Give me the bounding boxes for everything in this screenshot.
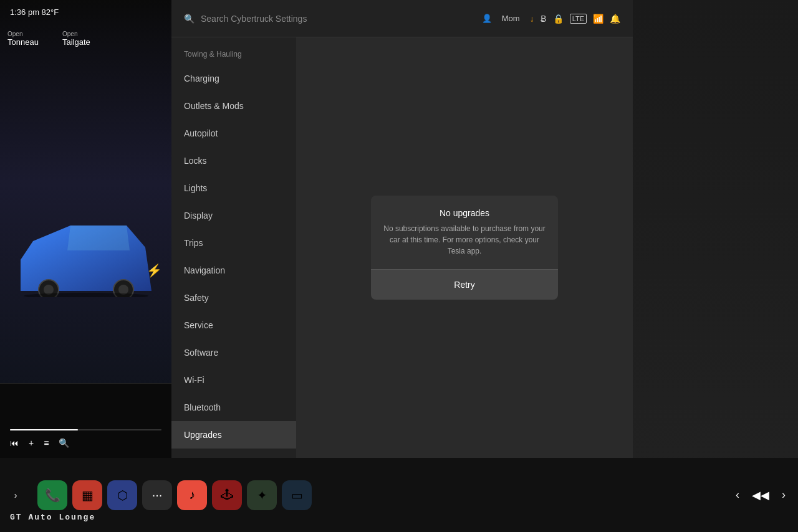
nav-item-upgrades[interactable]: Upgrades	[171, 421, 296, 449]
nav-back-button[interactable]: ◀◀	[752, 488, 769, 502]
add-button[interactable]: +	[29, 438, 34, 448]
tonneau-title: Tonneau	[7, 37, 39, 47]
search-placeholder: Search Cybertruck Settings	[201, 14, 307, 24]
tailgate-title: Tailgate	[62, 37, 90, 47]
user-name: Mom	[502, 14, 520, 23]
nav-item-bluetooth[interactable]: Bluetooth	[171, 394, 296, 421]
nav-item-towing-hauling[interactable]: Towing & Hauling	[171, 44, 296, 65]
settings-content: No upgrades No subscriptions available t…	[296, 37, 633, 458]
tailgate-label[interactable]: Open Tailgate	[62, 31, 90, 47]
right-background	[633, 0, 798, 532]
app-icon-tesla[interactable]: ⬡	[107, 480, 137, 510]
nav-left-arrow[interactable]: ‹	[736, 488, 739, 501]
nav-item-outlets[interactable]: Outlets & Mods	[171, 92, 296, 120]
media-bar: ⏮ + ≡ 🔍	[0, 383, 171, 458]
svg-point-5	[118, 285, 128, 295]
app-icon-media[interactable]: ▦	[72, 480, 102, 510]
nav-item-service[interactable]: Service	[171, 311, 296, 339]
user-icon: 👤	[482, 14, 492, 23]
taskbar: › 📞 ▦ ⬡ ··· ♪ 🕹 ✦ ▭ ‹ ◀◀ ›	[0, 458, 798, 532]
retry-button[interactable]: Retry	[371, 270, 558, 300]
equalizer-button[interactable]: ≡	[44, 438, 49, 448]
user-info: 👤 Mom ↓ Ƀ 🔒 LTE 📶 🔔	[482, 14, 620, 24]
nav-item-trips[interactable]: Trips	[171, 229, 296, 257]
progress-track	[10, 429, 161, 430]
bell-icon: 🔔	[610, 14, 620, 24]
upgrades-box: No upgrades No subscriptions available t…	[371, 196, 558, 300]
upgrades-title: No upgrades	[383, 208, 546, 218]
tonneau-open-label: Open	[7, 31, 39, 37]
top-bar-left: 1:36 pm 82°F	[0, 0, 171, 24]
upgrades-description: No subscriptions available to purchase f…	[383, 223, 546, 257]
nav-item-display[interactable]: Display	[171, 202, 296, 229]
app-icon-phone[interactable]: 📞	[37, 480, 67, 510]
search-icon: 🔍	[184, 14, 195, 24]
status-icons: ↓ Ƀ 🔒 LTE 📶 🔔	[530, 14, 620, 24]
lock-icon: 🔒	[553, 14, 564, 24]
lte-icon: LTE	[570, 14, 587, 24]
nav-item-lights[interactable]: Lights	[171, 174, 296, 202]
app-icon-game[interactable]: 🕹	[212, 480, 242, 510]
taskbar-apps: 📞 ▦ ⬡ ··· ♪ 🕹 ✦ ▭	[31, 480, 723, 510]
nav-item-charging[interactable]: Charging	[171, 65, 296, 92]
signal-icon: 📶	[593, 14, 603, 24]
progress-fill	[10, 429, 78, 430]
nav-item-wifi[interactable]: Wi-Fi	[171, 366, 296, 394]
tonneau-label[interactable]: Open Tonneau	[7, 31, 39, 47]
watermark: GT Auto Lounge	[10, 513, 95, 522]
settings-panel: 🔍 Search Cybertruck Settings 👤 Mom ↓ Ƀ 🔒…	[171, 0, 633, 458]
nav-item-navigation[interactable]: Navigation	[171, 257, 296, 284]
nav-right-arrow[interactable]: ›	[782, 488, 786, 501]
charging-bolt-icon: ⚡	[147, 263, 162, 278]
app-icon-party[interactable]: ✦	[247, 480, 277, 510]
app-icon-music[interactable]: ♪	[177, 480, 207, 510]
media-progress	[0, 424, 171, 433]
nav-item-autopilot[interactable]: Autopilot	[171, 120, 296, 147]
taskbar-nav: ‹ ◀◀ ›	[723, 488, 798, 502]
nav-item-software[interactable]: Software	[171, 339, 296, 366]
tailgate-open-label: Open	[62, 31, 90, 37]
skip-back-button[interactable]: ⏮	[10, 438, 19, 448]
svg-point-3	[44, 285, 54, 295]
nav-item-locks[interactable]: Locks	[171, 147, 296, 174]
search-bar[interactable]: 🔍 Search Cybertruck Settings	[184, 14, 307, 24]
settings-body: Towing & Hauling Charging Outlets & Mods…	[171, 37, 633, 458]
time-temperature: 1:36 pm 82°F	[10, 7, 59, 17]
media-controls: ⏮ + ≡ 🔍	[0, 433, 171, 458]
left-panel: 1:36 pm 82°F Open Tonneau Open Tailgate	[0, 0, 171, 458]
app-icon-screen[interactable]: ▭	[282, 480, 312, 510]
search-media-button[interactable]: 🔍	[59, 438, 69, 448]
nav-item-safety[interactable]: Safety	[171, 284, 296, 311]
cybertruck-svg	[14, 216, 158, 297]
settings-nav: Towing & Hauling Charging Outlets & Mods…	[171, 37, 296, 458]
bluetooth-icon: Ƀ	[541, 14, 547, 24]
download-icon: ↓	[530, 14, 534, 24]
upgrades-info: No upgrades No subscriptions available t…	[371, 196, 558, 269]
settings-header: 🔍 Search Cybertruck Settings 👤 Mom ↓ Ƀ 🔒…	[171, 0, 633, 37]
expand-button[interactable]: ›	[0, 490, 31, 500]
app-icon-dots[interactable]: ···	[142, 480, 172, 510]
svg-marker-1	[67, 226, 130, 250]
